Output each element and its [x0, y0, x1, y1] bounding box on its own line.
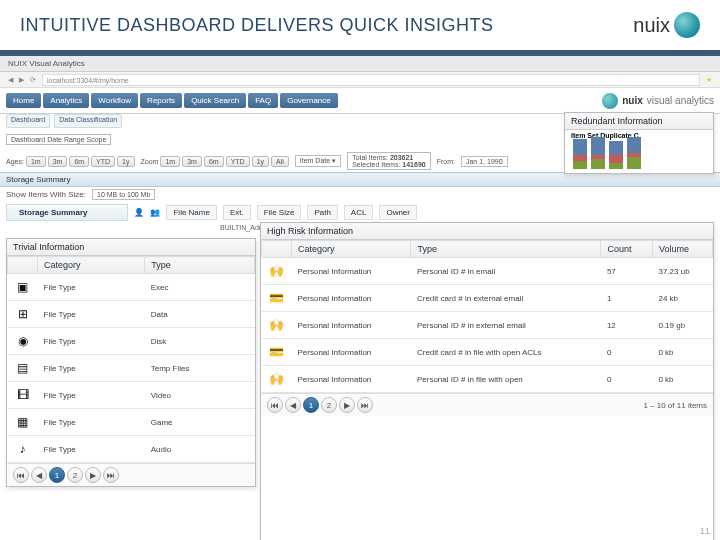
card-icon: 💳 — [268, 289, 286, 307]
age-ytd[interactable]: YTD — [91, 156, 115, 167]
video-icon: 🎞 — [14, 386, 32, 404]
hr-col-type[interactable]: Type — [411, 241, 601, 258]
col-size[interactable]: File Size — [257, 205, 302, 220]
disk-icon: ◉ — [14, 332, 32, 350]
pager-next-icon[interactable]: ▶ — [339, 397, 355, 413]
zoom-3m[interactable]: 3m — [182, 156, 202, 167]
table-row[interactable]: ⊞File TypeData — [8, 301, 255, 328]
col-filename[interactable]: File Name — [166, 205, 216, 220]
nav-back-icon[interactable]: ◀ — [8, 76, 13, 84]
zoom-group: Zoom 1m 3m 6m YTD 1y All — [141, 156, 289, 167]
pager-last-icon[interactable]: ⏭ — [103, 467, 119, 483]
browser-tab[interactable]: NUIX Visual Analytics — [0, 56, 720, 72]
age-group: Ages: 1m 3m 6m YTD 1y — [6, 156, 135, 167]
highrisk-title: High Risk Information — [261, 223, 713, 240]
age-1m[interactable]: 1m — [26, 156, 46, 167]
table-row[interactable]: ▦File TypeGame — [8, 409, 255, 436]
age-3m[interactable]: 3m — [48, 156, 68, 167]
table-row[interactable]: 🎞File TypeVideo — [8, 382, 255, 409]
nav-fwd-icon[interactable]: ▶ — [19, 76, 24, 84]
table-row[interactable]: ♪File TypeAudio — [8, 436, 255, 463]
storage-title: Storage Summary — [6, 204, 128, 221]
table-row[interactable]: ◉File TypeDisk — [8, 328, 255, 355]
data-icon: ⊞ — [14, 305, 32, 323]
storage-panel-head: Storage Summary — [0, 172, 720, 187]
exec-icon: ▣ — [14, 278, 32, 296]
hr-col-category[interactable]: Category — [292, 241, 411, 258]
table-row[interactable]: ▣File TypeExec — [8, 274, 255, 301]
table-row[interactable]: 🙌Personal InformationPersonal ID # in em… — [262, 258, 713, 285]
app-navbar: Home Analytics Workflow Reports Quick Se… — [0, 88, 720, 114]
zoom-label: Zoom — [141, 158, 159, 165]
nav-tab-faq[interactable]: FAQ — [248, 93, 278, 108]
pager-page-1[interactable]: 1 — [49, 467, 65, 483]
highrisk-pager: ⏮ ◀ 1 2 ▶ ⏭ 1 – 10 of 11 items — [261, 393, 713, 416]
nav-tab-reports[interactable]: Reports — [140, 93, 182, 108]
slide-header: INTUITIVE DASHBOARD DELIVERS QUICK INSIG… — [0, 0, 720, 56]
page-number: 11 — [700, 526, 710, 536]
hr-col-volume[interactable]: Volume — [652, 241, 712, 258]
age-6m[interactable]: 6m — [69, 156, 89, 167]
col-ext[interactable]: Ext. — [223, 205, 251, 220]
pager-page-2[interactable]: 2 — [321, 397, 337, 413]
brand-logo: nuix — [633, 12, 700, 38]
zoom-ytd[interactable]: YTD — [226, 156, 250, 167]
pager-page-2[interactable]: 2 — [67, 467, 83, 483]
person-icon: 🙌 — [268, 262, 286, 280]
brand-right: nuix visual analytics — [602, 93, 714, 109]
pager-last-icon[interactable]: ⏭ — [357, 397, 373, 413]
trivial-col-category[interactable]: Category — [38, 257, 145, 274]
col-owner[interactable]: Owner — [379, 205, 417, 220]
trivial-title: Trivial Information — [7, 239, 255, 256]
table-row[interactable]: 🙌Personal InformationPersonal ID # in ex… — [262, 312, 713, 339]
pager-first-icon[interactable]: ⏮ — [267, 397, 283, 413]
col-path[interactable]: Path — [307, 205, 337, 220]
item-date[interactable]: Item Date ▾ — [295, 155, 341, 167]
main-area: Redundant Information Item Set Duplicate… — [0, 232, 720, 540]
url-text[interactable]: localhost:3304/#/my/home — [42, 74, 700, 86]
users-icon[interactable]: 👥 — [150, 208, 160, 217]
brand-sphere-icon — [674, 12, 700, 38]
nav-tab-quicksearch[interactable]: Quick Search — [184, 93, 246, 108]
zoom-1m[interactable]: 1m — [160, 156, 180, 167]
col-acl[interactable]: ACL — [344, 205, 374, 220]
user-icon[interactable]: 👤 — [134, 208, 144, 217]
star-icon[interactable]: ★ — [706, 76, 712, 84]
nav-tab-analytics[interactable]: Analytics — [43, 93, 89, 108]
pager-page-1[interactable]: 1 — [303, 397, 319, 413]
url-bar: ◀ ▶ ⟳ localhost:3304/#/my/home ★ — [0, 72, 720, 88]
pager-first-icon[interactable]: ⏮ — [13, 467, 29, 483]
highrisk-table: Category Type Count Volume 🙌Personal Inf… — [261, 240, 713, 393]
storage-filter-label: Show Items With Size: — [6, 190, 86, 199]
zoom-1y[interactable]: 1y — [252, 156, 269, 167]
table-row[interactable]: 🙌Personal InformationPersonal ID # in fi… — [262, 366, 713, 393]
reload-icon[interactable]: ⟳ — [30, 76, 36, 84]
redundant-title: Redundant Information — [565, 113, 713, 130]
pager-prev-icon[interactable]: ◀ — [285, 397, 301, 413]
table-row[interactable]: ▤File TypeTemp Files — [8, 355, 255, 382]
from-value[interactable]: Jan 1, 1990 — [461, 156, 508, 167]
nav-tab-governance[interactable]: Governance — [280, 93, 338, 108]
table-row[interactable]: 💳Personal InformationCredit card # in ex… — [262, 285, 713, 312]
zoom-6m[interactable]: 6m — [204, 156, 224, 167]
age-1y[interactable]: 1y — [117, 156, 134, 167]
nav-tab-workflow[interactable]: Workflow — [91, 93, 138, 108]
subtab-dashboard[interactable]: Dashboard — [6, 114, 50, 128]
nav-tab-home[interactable]: Home — [6, 93, 41, 108]
table-row[interactable]: 💳Personal InformationCredit card # in fi… — [262, 339, 713, 366]
brand-right-1: nuix — [622, 95, 643, 106]
storage-filter-value[interactable]: 10 MB to 100 Mb — [92, 189, 155, 200]
person-icon: 🙌 — [268, 370, 286, 388]
zoom-all[interactable]: All — [271, 156, 289, 167]
subtab-dataclass[interactable]: Data Classification — [54, 114, 122, 128]
redundant-panel: Redundant Information Item Set Duplicate… — [564, 112, 714, 174]
temp-icon: ▤ — [14, 359, 32, 377]
brand-right-2: visual analytics — [647, 95, 714, 106]
trivial-col-type[interactable]: Type — [145, 257, 255, 274]
pager-next-icon[interactable]: ▶ — [85, 467, 101, 483]
pager-prev-icon[interactable]: ◀ — [31, 467, 47, 483]
scope-label: Dashboard Date Range Scope — [6, 134, 111, 145]
trivial-panel: Trivial Information CategoryType ▣File T… — [6, 238, 256, 487]
hr-col-count[interactable]: Count — [601, 241, 653, 258]
browser-tab-title: NUIX Visual Analytics — [8, 59, 85, 68]
